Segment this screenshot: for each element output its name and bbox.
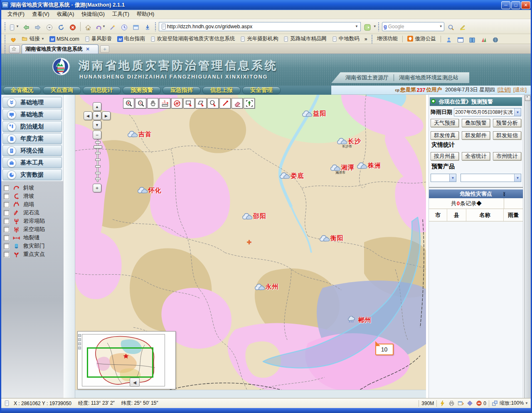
refresh-button[interactable] <box>55 21 67 32</box>
sidebar-section-2[interactable]: 防治规划 <box>2 121 62 132</box>
nav-tab-3[interactable]: 预测预警 <box>123 86 161 94</box>
favorites-button[interactable] <box>7 35 19 43</box>
close-button[interactable]: ✕ <box>521 1 530 9</box>
linksbar-gripper[interactable] <box>371 34 373 44</box>
magic-fill-button[interactable] <box>107 21 118 32</box>
link-item-6[interactable]: 中地数码 <box>332 35 360 42</box>
menu-item-1[interactable]: 查看(V) <box>28 10 53 19</box>
overview-tool-strip[interactable] <box>78 334 81 349</box>
search-engine-dropdown-icon[interactable]: ▼ <box>439 25 443 28</box>
printer-icon[interactable] <box>448 400 455 407</box>
select-arrow-icon[interactable]: ▼ <box>514 174 521 182</box>
zoom-out-tool[interactable] <box>135 98 146 108</box>
link-item-1[interactable]: 暴风影音 <box>84 35 112 42</box>
sidebar-section-1[interactable]: 基础地质 <box>2 109 62 120</box>
forward-button[interactable] <box>32 21 44 32</box>
measure-tool[interactable]: ? <box>159 98 170 108</box>
select-polygon-tool[interactable] <box>195 98 207 108</box>
sidebar-section-6[interactable]: 灾害数据 <box>2 169 62 180</box>
content-blocker-icon[interactable] <box>476 400 483 407</box>
tab-active[interactable]: 湖南省地质灾害信息系统 ✕ <box>22 44 99 54</box>
map-flag-marker[interactable]: 10 <box>375 344 394 355</box>
toolbar-gripper[interactable] <box>378 22 380 31</box>
maxthon-charity-link[interactable]: 傲游公益 <box>407 35 436 42</box>
go-button[interactable] <box>362 21 373 32</box>
boost-icon[interactable] <box>439 400 446 407</box>
nav-tab-5[interactable]: 信息上报 <box>202 86 241 94</box>
new-tab-button[interactable]: ＋ <box>100 45 109 53</box>
new-window-icon[interactable] <box>458 400 464 407</box>
linksbar-gripper[interactable] <box>4 34 6 44</box>
panel-button-row3-2[interactable]: 市州统计 <box>493 152 521 160</box>
menu-item-5[interactable]: 帮助(H) <box>133 10 158 19</box>
nav-tab-4[interactable]: 应急指挥 <box>163 86 201 94</box>
links-folder[interactable]: 链接 ▼ <box>22 35 44 42</box>
layer-checkbox[interactable] <box>4 202 9 207</box>
scale-tool[interactable]: S <box>171 98 182 108</box>
minimize-button[interactable]: ─ <box>501 1 510 9</box>
layer-checkbox[interactable] <box>4 185 9 191</box>
link-item-4[interactable]: 光年摄影机构 <box>240 35 278 42</box>
panel-button-row2-2[interactable]: 群发短信 <box>493 131 521 140</box>
site-header-link-0[interactable]: 湖南省国土资源厅 <box>345 74 389 81</box>
address-bar[interactable]: http://dzzh.hndh.gov.cn/gridweb.aspx ▼ <box>159 22 361 31</box>
maximize-button[interactable]: □ <box>511 1 520 9</box>
panel-button-row2-0[interactable]: 群发传真 <box>431 131 459 140</box>
product-select-2[interactable]: ▼ <box>461 174 521 182</box>
nav-tab-1[interactable]: 灾点查询 <box>43 86 81 94</box>
download-button[interactable] <box>142 21 153 32</box>
history-button[interactable] <box>118 21 130 32</box>
zoom-in-tool[interactable] <box>123 98 134 108</box>
new-window-button[interactable] <box>455 35 466 43</box>
notes-button[interactable] <box>466 35 478 43</box>
pan-right-button[interactable]: ▶ <box>102 111 111 120</box>
pan-up-button[interactable]: ▲ <box>93 102 101 111</box>
full-extent-tool[interactable] <box>244 98 255 108</box>
layer-checkbox[interactable] <box>4 235 9 241</box>
layer-checkbox[interactable] <box>4 243 9 249</box>
sidebar-section-0[interactable]: 基础地理 <box>2 97 62 108</box>
rain-date-select[interactable]: 2007年05月05日08时实况 ▼ <box>454 108 521 116</box>
messenger-button[interactable] <box>443 35 455 43</box>
select-rect-tool[interactable] <box>183 98 195 108</box>
logout-link[interactable]: [注销] <box>498 86 511 93</box>
back-button[interactable] <box>20 21 32 32</box>
menu-item-0[interactable]: 文件(F) <box>4 10 28 19</box>
enhance-menu[interactable]: 增强功能 <box>377 35 398 42</box>
address-dropdown-icon[interactable]: ▼ <box>354 25 359 28</box>
menu-item-4[interactable]: 工具(T) <box>108 10 133 19</box>
map-viewport[interactable]: ?S ▲ ◀ ✚ ▶ ▼ − ＋ 吉首益阳长沙长沙市湘潭湘潭市株洲娄底怀 <box>75 95 426 398</box>
panel-button-row1-1[interactable]: 叠加预警 <box>462 119 490 127</box>
nav-tab-2[interactable]: 信息统计 <box>83 86 121 94</box>
select-arrow-icon[interactable]: ▼ <box>514 108 521 116</box>
toolbar-gripper[interactable] <box>155 22 157 31</box>
panel-button-row3-0[interactable]: 按月州县 <box>431 152 459 160</box>
nav-tab-0[interactable]: 全省概况 <box>3 86 41 94</box>
undo-button[interactable]: ▼ <box>94 21 107 32</box>
zoom-out-button[interactable]: − <box>93 130 101 139</box>
sidebar-section-3[interactable]: 年度方案 <box>2 133 62 144</box>
zoom-in-button[interactable]: ＋ <box>93 184 101 192</box>
menu-item-2[interactable]: 收藏(A) <box>53 10 78 19</box>
menu-item-3[interactable]: 快捷组(G) <box>78 10 108 19</box>
overview-collapse-button[interactable]: ◀ <box>130 378 140 387</box>
panel-button-row1-2[interactable]: 预警分析 <box>493 119 521 127</box>
pan-left-button[interactable]: ◀ <box>84 111 92 120</box>
search-placeholder[interactable]: Google <box>388 24 439 30</box>
sidebar-section-5[interactable]: 基本工具 <box>2 157 62 168</box>
links-overflow-button[interactable]: » <box>365 36 367 42</box>
stop-button[interactable] <box>67 21 79 32</box>
skins-button[interactable] <box>478 35 490 43</box>
eraser-tool[interactable] <box>232 98 243 108</box>
link-item-3[interactable]: 欢迎登陆湖南省地质灾害信息系统 <box>150 35 235 42</box>
panel-button-row3-1[interactable]: 全省统计 <box>462 152 490 160</box>
pan-down-button[interactable]: ▼ <box>93 120 101 129</box>
select-circle-tool[interactable] <box>207 98 219 108</box>
zoom-slider-thumb[interactable] <box>94 145 102 149</box>
exit-link[interactable]: [退出] <box>513 86 527 93</box>
nav-tab-6[interactable]: 安全管理 <box>242 86 281 94</box>
side-panel-strip[interactable] <box>524 95 531 398</box>
overview-map[interactable]: ◀ <box>77 331 176 389</box>
layer-checkbox[interactable] <box>4 219 9 224</box>
zoom-control[interactable]: 缩放:100% ▼ <box>492 400 528 407</box>
